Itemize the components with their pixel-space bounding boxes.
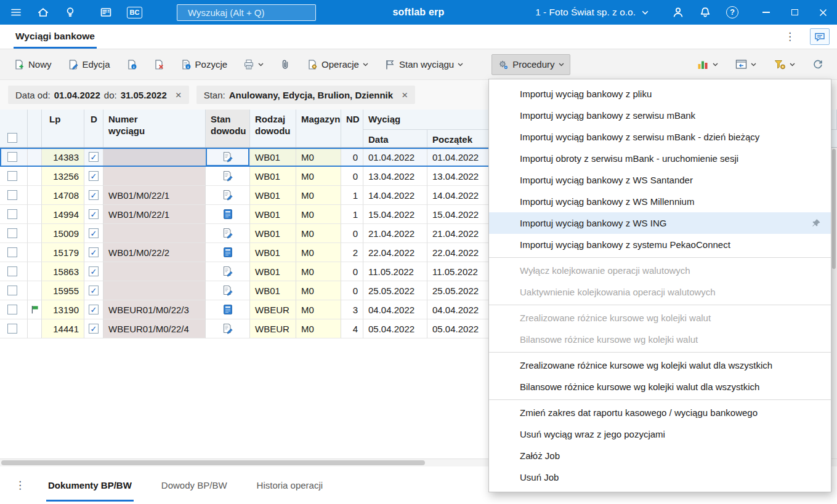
row-select-checkbox[interactable] bbox=[7, 228, 17, 238]
bottom-tab[interactable]: Historia operacji bbox=[255, 466, 325, 504]
d-cell[interactable]: ✓ bbox=[84, 224, 103, 243]
rodzaj-cell[interactable]: WB01 bbox=[250, 205, 296, 224]
d-checkbox[interactable]: ✓ bbox=[89, 305, 99, 314]
pin-icon[interactable] bbox=[812, 218, 821, 228]
nd-cell[interactable]: 0 bbox=[341, 262, 363, 281]
nd-cell[interactable]: 3 bbox=[341, 300, 363, 319]
row-select-cell[interactable] bbox=[0, 319, 28, 338]
col-header-data[interactable]: Data bbox=[363, 130, 427, 147]
news-button[interactable] bbox=[92, 0, 119, 25]
numer-cell[interactable] bbox=[103, 148, 206, 167]
remove-date-filter-icon[interactable]: × bbox=[176, 90, 182, 100]
menu-item[interactable]: Importuj wyciąg bankowy z serwisu mBank bbox=[489, 105, 831, 126]
row-select-checkbox[interactable] bbox=[7, 209, 17, 219]
magazyn-cell[interactable]: M0 bbox=[296, 281, 341, 300]
d-cell[interactable]: ✓ bbox=[84, 148, 103, 167]
statement-state-button[interactable]: Stan wyciągu bbox=[378, 54, 469, 75]
user-button[interactable] bbox=[665, 0, 692, 25]
more-options-icon[interactable]: ⋮ bbox=[780, 28, 800, 46]
row-select-checkbox[interactable] bbox=[7, 152, 17, 162]
nd-cell[interactable]: 0 bbox=[341, 224, 363, 243]
d-checkbox[interactable]: ✓ bbox=[89, 228, 99, 238]
data-cell[interactable]: 11.05.2022 bbox=[363, 262, 427, 281]
col-header-lp[interactable]: Lp bbox=[42, 110, 84, 147]
menu-item[interactable]: Zrealizowane różnice kursowe wg kolejki … bbox=[489, 307, 831, 329]
dock-view-button[interactable] bbox=[729, 54, 762, 74]
numer-cell[interactable]: WB01/M0/22/2 bbox=[103, 243, 206, 262]
row-select-cell[interactable] bbox=[0, 186, 28, 205]
nd-cell[interactable]: 1 bbox=[341, 205, 363, 224]
stan-cell[interactable] bbox=[206, 300, 250, 319]
poczatek-cell[interactable]: 05.04.2022 bbox=[427, 319, 489, 338]
magazyn-cell[interactable]: M0 bbox=[296, 319, 341, 338]
bottom-tab[interactable]: Dokumenty BP/BW bbox=[46, 466, 134, 504]
d-cell[interactable]: ✓ bbox=[84, 205, 103, 224]
nd-cell[interactable]: 0 bbox=[341, 167, 363, 186]
data-cell[interactable]: 25.05.2022 bbox=[363, 281, 427, 300]
row-select-cell[interactable] bbox=[0, 262, 28, 281]
remove-state-filter-icon[interactable]: × bbox=[402, 90, 408, 100]
d-cell[interactable]: ✓ bbox=[84, 262, 103, 281]
poczatek-cell[interactable]: 21.04.2022 bbox=[427, 224, 489, 243]
row-select-cell[interactable] bbox=[0, 148, 28, 167]
d-cell[interactable]: ✓ bbox=[84, 319, 103, 338]
print-button[interactable] bbox=[237, 54, 270, 75]
notifications-button[interactable] bbox=[692, 0, 719, 25]
poczatek-cell[interactable]: 11.05.2022 bbox=[427, 262, 489, 281]
nd-cell[interactable]: 4 bbox=[341, 319, 363, 338]
d-checkbox[interactable]: ✓ bbox=[89, 190, 99, 200]
data-cell[interactable]: 22.04.2022 bbox=[363, 243, 427, 262]
rodzaj-cell[interactable]: WB01 bbox=[250, 167, 296, 186]
stan-cell[interactable] bbox=[206, 243, 250, 262]
menu-item[interactable]: Importuj wyciąg bankowy z pliku bbox=[489, 83, 831, 105]
home-button[interactable] bbox=[30, 0, 57, 25]
poczatek-cell[interactable]: 01.04.2022 bbox=[427, 148, 489, 167]
col-header-poczatek[interactable]: Początek bbox=[427, 130, 489, 147]
lp-cell[interactable]: 13256 bbox=[42, 167, 84, 186]
nd-cell[interactable]: 2 bbox=[341, 243, 363, 262]
numer-cell[interactable]: WBEUR01/M0/22/3 bbox=[103, 300, 206, 319]
magazyn-cell[interactable]: M0 bbox=[296, 148, 341, 167]
d-checkbox[interactable]: ✓ bbox=[89, 209, 99, 219]
lp-cell[interactable]: 14383 bbox=[42, 148, 84, 167]
positions-button[interactable]: Pozycje bbox=[174, 54, 234, 75]
menu-item[interactable]: Bilansowe różnice kursowe wg kolejki wal… bbox=[489, 329, 831, 350]
rodzaj-cell[interactable]: WBEUR bbox=[250, 319, 296, 338]
data-cell[interactable]: 05.04.2022 bbox=[363, 319, 427, 338]
row-select-cell[interactable] bbox=[0, 224, 28, 243]
rodzaj-cell[interactable]: WB01 bbox=[250, 262, 296, 281]
nd-cell[interactable]: 0 bbox=[341, 148, 363, 167]
ideas-button[interactable] bbox=[57, 0, 84, 25]
magazyn-cell[interactable]: M0 bbox=[296, 262, 341, 281]
col-header-d[interactable]: D bbox=[84, 110, 103, 147]
horizontal-scrollbar-thumb[interactable] bbox=[1, 460, 425, 465]
stan-cell[interactable] bbox=[206, 205, 250, 224]
magazyn-cell[interactable]: M0 bbox=[296, 186, 341, 205]
stan-cell[interactable] bbox=[206, 224, 250, 243]
poczatek-cell[interactable]: 15.04.2022 bbox=[427, 205, 489, 224]
rodzaj-cell[interactable]: WBEUR bbox=[250, 300, 296, 319]
help-button[interactable]: ? bbox=[719, 0, 746, 25]
bottom-tab[interactable]: Dowody BP/BW bbox=[160, 466, 229, 504]
menu-item[interactable]: Uaktywnienie kolejkowania operacji walut… bbox=[489, 281, 831, 303]
poczatek-cell[interactable]: 04.04.2022 bbox=[427, 300, 489, 319]
search-input[interactable] bbox=[188, 7, 310, 18]
row-select-checkbox[interactable] bbox=[7, 286, 17, 295]
poczatek-cell[interactable]: 25.05.2022 bbox=[427, 281, 489, 300]
row-select-checkbox[interactable] bbox=[7, 190, 17, 200]
d-cell[interactable]: ✓ bbox=[84, 243, 103, 262]
rodzaj-cell[interactable]: WB01 bbox=[250, 148, 296, 167]
data-cell[interactable]: 15.04.2022 bbox=[363, 205, 427, 224]
poczatek-cell[interactable]: 13.04.2022 bbox=[427, 167, 489, 186]
stan-cell[interactable] bbox=[206, 148, 250, 167]
stan-cell[interactable] bbox=[206, 319, 250, 338]
stan-cell[interactable] bbox=[206, 186, 250, 205]
menu-item[interactable]: Wyłącz kolejkowanie operacji walutowych bbox=[489, 260, 831, 281]
d-checkbox[interactable]: ✓ bbox=[89, 247, 99, 257]
company-selector[interactable]: 1 - Foto Świat sp. z o.o. bbox=[535, 7, 649, 18]
menu-item[interactable]: Usuń Job bbox=[489, 466, 831, 488]
menu-item[interactable]: Załóż Job bbox=[489, 445, 831, 466]
d-checkbox[interactable]: ✓ bbox=[89, 324, 99, 334]
row-select-cell[interactable] bbox=[0, 300, 28, 319]
select-all-checkbox[interactable] bbox=[7, 133, 17, 143]
